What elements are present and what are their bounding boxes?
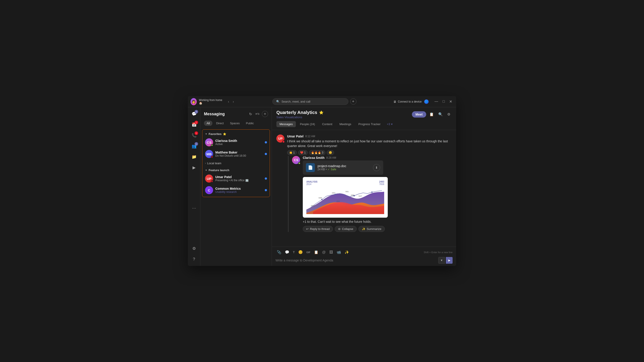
image-button[interactable]: 🖼: [328, 249, 334, 255]
list-item[interactable]: CS Clarissa Smith Active: [203, 137, 269, 148]
file-attachment: 📄 project-roadmap.doc 24 KB • ✓ Safe: [303, 160, 383, 175]
chat-header-right: Meet 📋 🔍 ⚙: [412, 111, 452, 118]
message-input[interactable]: [276, 259, 436, 262]
collapse-icon: ⊖: [338, 227, 340, 231]
add-button[interactable]: +: [350, 98, 356, 105]
download-button[interactable]: ⬇: [373, 164, 380, 171]
filter-spaces[interactable]: Spaces: [227, 121, 242, 126]
table-row: UP — Umar Patel 8:12 AM I think we shoul…: [276, 134, 452, 234]
ai-button[interactable]: ✨: [343, 249, 350, 255]
chat-input-area: 📎 💬 T 😊 GIF 📋 @ 🖼 📹 ✨ Shift + Enter for …: [272, 247, 456, 266]
list-item[interactable]: › Local team: [203, 160, 269, 167]
maximize-button[interactable]: □: [441, 99, 446, 104]
avatar[interactable]: 👩: [190, 98, 197, 105]
settings-icon: ⚙: [192, 246, 196, 251]
meet-button[interactable]: Meet: [412, 111, 426, 117]
new-chat-button[interactable]: +: [262, 111, 268, 117]
chat-star-icon[interactable]: ⭐: [319, 110, 324, 115]
thread-reply-text: +1 to that. Can't wait to see what the f…: [303, 219, 452, 224]
reaction-heart[interactable]: ❤️ 1: [298, 150, 308, 155]
filter-public[interactable]: Public: [243, 121, 256, 126]
summarize-button[interactable]: ✨ Summarize: [358, 226, 385, 232]
teams-badge: 1: [194, 142, 198, 146]
sidebar-item-calendar[interactable]: 📅 1: [189, 120, 199, 130]
feature-launch-header[interactable]: ▼ Feature launch: [203, 167, 269, 173]
reply-to-thread-button[interactable]: ↩ Reply to thread: [303, 226, 333, 232]
monitor-icon: 🖥: [393, 100, 396, 103]
sidebar-item-help[interactable]: ?: [189, 254, 199, 264]
filter-button[interactable]: ✕↻: [254, 111, 260, 116]
list-item[interactable]: UP Umar Patel Presenting • At the office…: [203, 173, 269, 184]
text-format-button[interactable]: T: [292, 250, 296, 255]
chat-header-left: Quarterly Analytics ⭐ Sales Visualizatio…: [276, 110, 395, 127]
svg-text:7651: 7651: [345, 191, 349, 192]
svg-text:6383: 6383: [319, 197, 322, 199]
attach-button[interactable]: 📎: [276, 249, 283, 255]
title-bar: 👩 Working from home 🏠 ‹ › 🔍 Search, meet…: [188, 96, 456, 107]
sidebar-item-teams[interactable]: 👥 1: [189, 141, 199, 151]
favorites-section: ▼ Favorites ⭐ CS Clarissa Smith Active: [202, 129, 270, 197]
reaction-smile[interactable]: 😊: [327, 150, 334, 155]
favorites-chevron: ▼: [205, 133, 207, 135]
tab-progress-tracker[interactable]: Progress Tracker: [355, 121, 384, 127]
thread-actions: ↩ Reply to thread ⊖ Collapse: [303, 226, 452, 232]
tab-messages[interactable]: Messages: [276, 121, 296, 127]
favorites-header[interactable]: ▼ Favorites ⭐: [203, 130, 269, 137]
clarissa-info: Clarissa Smith Active: [215, 139, 262, 146]
sidebar-item-more[interactable]: ⋯: [189, 203, 199, 213]
send-button[interactable]: ▶: [446, 257, 452, 264]
list-item[interactable]: C Common Metrics Usability research: [203, 184, 269, 196]
list-item[interactable]: MB Matthew Baker Do Not Disturb until 16…: [203, 148, 269, 160]
search-chat-button[interactable]: 🔍: [437, 111, 444, 118]
filter-all[interactable]: All: [204, 121, 212, 126]
settings-chat-button[interactable]: ⚙: [446, 111, 452, 118]
send-down-button[interactable]: ▼: [438, 257, 445, 264]
filter-tabs: All Direct Spaces Public: [200, 121, 272, 128]
message-button[interactable]: 💬: [284, 249, 291, 255]
more-icon: ⋯: [190, 204, 198, 212]
video-button[interactable]: 📹: [335, 249, 342, 255]
sidebar-item-settings[interactable]: ⚙: [189, 244, 199, 253]
tab-more[interactable]: +3 ▾: [384, 121, 395, 127]
refresh-button[interactable]: ↻: [248, 111, 253, 117]
sidebar-item-calls[interactable]: 📞 1: [189, 130, 199, 140]
clarissa-msg-header: Clarissa Smith 8:28 AM: [303, 156, 452, 160]
tab-meetings[interactable]: Meetings: [336, 121, 354, 127]
clarissa-msg-time: 8:28 AM: [326, 156, 336, 159]
search-bar[interactable]: 🔍 Search, meet, and call: [272, 98, 348, 105]
tab-people[interactable]: People (24): [297, 121, 318, 127]
sticker-button[interactable]: 📋: [312, 249, 320, 255]
back-button[interactable]: ‹: [226, 99, 230, 105]
sidebar-item-chat[interactable]: 💬 4: [189, 109, 199, 119]
close-button[interactable]: ✕: [448, 99, 454, 104]
sidebar-item-apps[interactable]: ▶: [189, 163, 199, 173]
reaction-fire[interactable]: 🔥🔥🔥 3: [309, 150, 325, 155]
sidebar-item-files[interactable]: 📁: [189, 152, 199, 162]
connect-label: Connect to a device: [398, 100, 422, 103]
chart-label-left: ANALYSIS 2014: [306, 181, 318, 185]
umar-msg-text: I think we should all take a moment to r…: [287, 139, 452, 148]
window-controls: — □ ✕: [433, 99, 454, 104]
forward-button[interactable]: ›: [232, 99, 235, 105]
umar-dnd-icon: —: [282, 140, 285, 143]
common-name: Common Metrics: [215, 187, 262, 190]
tab-content[interactable]: Content: [319, 121, 336, 127]
emoji-button[interactable]: 😊: [297, 249, 304, 255]
umar-info: Umar Patel Presenting • At the office 🏢: [215, 175, 262, 182]
filter-direct[interactable]: Direct: [213, 121, 226, 126]
svg-point-3: [371, 192, 372, 193]
gif-button[interactable]: GIF: [305, 250, 312, 255]
svg-text:24434: 24434: [311, 205, 315, 206]
minimize-button[interactable]: —: [433, 99, 440, 104]
panel-header: Messaging ↻ ✕↻ +: [200, 107, 272, 121]
connect-device-button[interactable]: 🖥 Connect to a device: [393, 100, 422, 103]
chart-svg: 6383 6357 7651 2958 2905 6107 24434: [306, 187, 384, 214]
share-button[interactable]: 📋: [428, 111, 435, 118]
clarissa-msg-content: Clarissa Smith 8:28 AM 📄 project-roadmap…: [303, 156, 452, 232]
mention-button[interactable]: @: [321, 249, 327, 255]
umar-status-dot: [211, 180, 213, 183]
reaction-clap[interactable]: 👏 1: [287, 150, 297, 155]
chart-analysis-label: ANALYSIS: [306, 181, 318, 183]
umar-msg-avatar: UP —: [276, 134, 284, 143]
collapse-button[interactable]: ⊖ Collapse: [335, 226, 357, 232]
